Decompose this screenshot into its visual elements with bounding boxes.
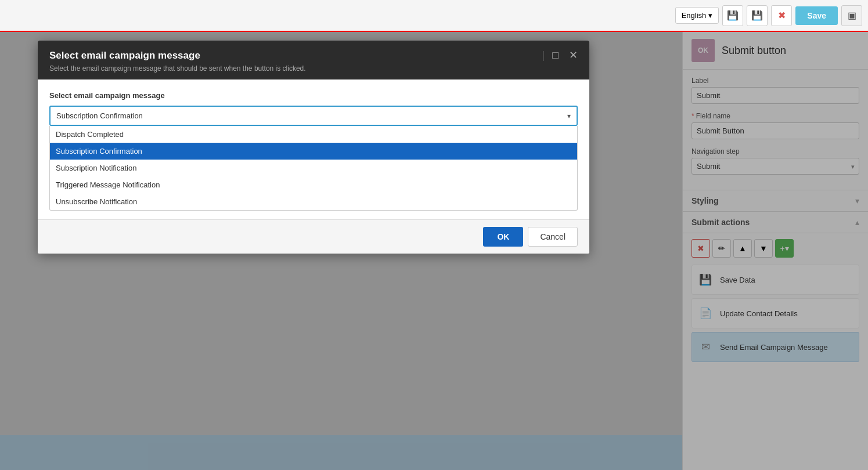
modal-sep-icon: | — [542, 49, 545, 62]
dropdown-item-2[interactable]: Subscription Notification — [50, 160, 577, 176]
save-disk2-button[interactable]: 💾 — [747, 5, 768, 26]
save-button[interactable]: Save — [795, 6, 838, 25]
layout-button[interactable]: ▣ — [841, 5, 862, 26]
modal-cancel-button[interactable]: Cancel — [528, 227, 578, 247]
save-disk-icon: 💾 — [727, 10, 739, 21]
main-area: OK Submit button Label *Field name Navig… — [0, 32, 868, 470]
top-toolbar: English ▾ 💾 💾 ✖ Save ▣ — [0, 0, 868, 32]
language-button[interactable]: English ▾ — [675, 7, 719, 24]
modal-ok-button[interactable]: OK — [483, 227, 523, 247]
language-chevron-icon: ▾ — [708, 11, 712, 20]
layout-icon: ▣ — [848, 10, 856, 21]
modal-header: Select email campaign message Select the… — [38, 41, 589, 79]
modal-section-label: Select email campaign message — [49, 91, 578, 100]
modal-select-display: Subscription Confirmation — [51, 107, 577, 125]
toolbar-right: English ▾ 💾 💾 ✖ Save ▣ — [675, 5, 862, 26]
dropdown-item-0[interactable]: Dispatch Completed — [50, 126, 577, 143]
delete-button[interactable]: ✖ — [771, 5, 792, 26]
dropdown-item-4[interactable]: Unsubscribe Notification — [50, 193, 577, 210]
modal-maximize-button[interactable]: □ — [549, 48, 561, 63]
dropdown-list: Dispatch Completed Subscription Confirma… — [49, 126, 578, 211]
modal-subtitle: Select the email campaign message that s… — [49, 64, 578, 73]
modal-title: Select email campaign message — [49, 50, 578, 62]
delete-icon: ✖ — [778, 10, 786, 21]
modal-maximize-icon: □ — [552, 49, 559, 61]
modal-footer: OK Cancel — [38, 219, 589, 254]
modal-dialog: Select email campaign message Select the… — [38, 41, 589, 254]
language-label: English — [682, 11, 707, 20]
save-disk2-icon: 💾 — [751, 10, 763, 21]
modal-header-actions: | □ ✕ — [542, 48, 581, 63]
modal-body: Select email campaign message Subscripti… — [38, 79, 589, 219]
modal-select-wrap[interactable]: Subscription Confirmation ▾ — [49, 106, 578, 126]
modal-close-button[interactable]: ✕ — [566, 48, 581, 63]
save-disk-button[interactable]: 💾 — [722, 5, 743, 26]
dropdown-item-1[interactable]: Subscription Confirmation — [50, 143, 577, 160]
modal-overlay: Select email campaign message Select the… — [0, 32, 868, 470]
dropdown-item-3[interactable]: Triggered Message Notification — [50, 176, 577, 193]
modal-close-icon: ✕ — [569, 49, 578, 61]
